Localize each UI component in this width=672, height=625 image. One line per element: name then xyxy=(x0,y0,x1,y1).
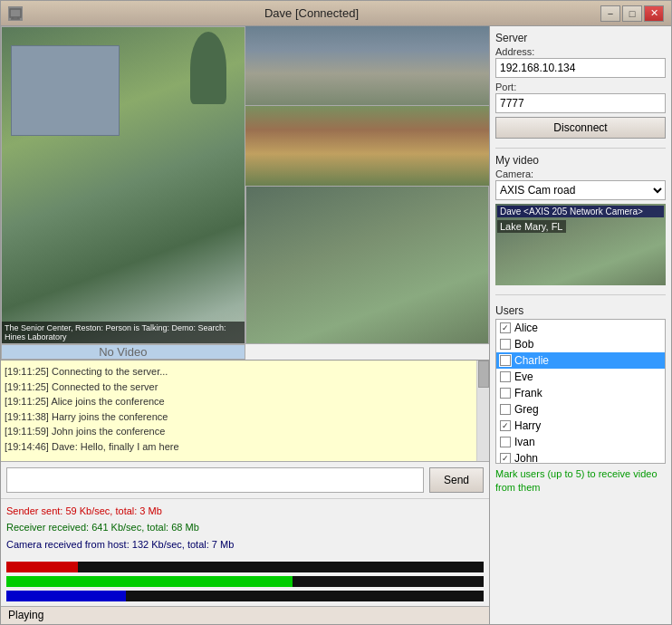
user-name: Greg xyxy=(514,403,539,416)
user-checkbox[interactable] xyxy=(500,420,511,431)
user-item[interactable]: Greg xyxy=(496,401,665,418)
camera-feed-bl xyxy=(246,187,489,344)
address-label: Address: xyxy=(495,46,666,57)
user-item[interactable]: Bob xyxy=(496,336,665,352)
camera-select[interactable]: AXIS Cam road xyxy=(495,180,666,200)
tree-element xyxy=(190,32,226,104)
user-checkbox[interactable] xyxy=(500,404,511,415)
bar-bg-3 xyxy=(6,591,484,601)
chat-input-row: Send xyxy=(1,462,489,499)
chat-scrollbar-thumb[interactable] xyxy=(478,361,489,388)
bar-bg-2 xyxy=(6,576,484,587)
bar-fill-3 xyxy=(6,591,126,601)
user-item[interactable]: Ivan xyxy=(496,434,665,450)
users-list[interactable]: AliceBobCharlieEveFrankGregHarryIvanJohn xyxy=(495,319,666,464)
app-icon xyxy=(8,6,23,21)
stats-area: Sender sent: 59 Kb/sec, total: 3 Mb Rece… xyxy=(1,499,489,557)
user-checkbox[interactable] xyxy=(500,371,511,382)
camera-feed-tr-a xyxy=(245,26,490,105)
main-window: Dave [Connected] − □ ✕ xyxy=(0,0,672,625)
user-name: Frank xyxy=(514,387,542,399)
address-input[interactable] xyxy=(495,58,666,78)
stat-sender: Sender sent: 59 Kb/sec, total: 3 Mb xyxy=(6,503,484,520)
user-item[interactable]: Harry xyxy=(496,418,665,434)
chat-line: [19:11:25] Connecting to the server... xyxy=(5,364,473,380)
bandwidth-bars xyxy=(1,557,489,606)
user-name: Charlie xyxy=(514,354,549,367)
title-bar: Dave [Connected] − □ ✕ xyxy=(1,1,671,26)
user-name: Eve xyxy=(514,370,533,383)
user-checkbox[interactable] xyxy=(500,388,511,399)
bar-row-3 xyxy=(6,590,484,602)
send-button[interactable]: Send xyxy=(429,467,484,493)
chat-input[interactable] xyxy=(6,467,424,493)
port-input[interactable] xyxy=(495,93,666,113)
user-item[interactable]: Alice xyxy=(496,320,665,336)
window-controls: − □ ✕ xyxy=(600,5,664,22)
user-name: Harry xyxy=(514,419,541,432)
video-preview: Dave <AXIS 205 Network Camera> Lake Mary… xyxy=(495,204,666,285)
users-hint: Mark users (up to 5) to receive video fr… xyxy=(495,467,666,495)
maximize-button[interactable]: □ xyxy=(622,5,642,22)
bar-bg-1 xyxy=(6,562,484,572)
user-checkbox[interactable] xyxy=(500,437,511,447)
user-item[interactable]: John xyxy=(496,450,665,464)
svg-rect-0 xyxy=(10,9,21,17)
video-cell-main xyxy=(1,26,245,344)
video-cell-tr-a xyxy=(245,26,490,106)
user-item[interactable]: Frank xyxy=(496,385,665,401)
camera-feed-tr-b xyxy=(245,106,490,185)
building-element xyxy=(11,45,120,136)
divider-1 xyxy=(495,148,666,149)
stat-camera: Camera received from host: 132 Kb/sec, t… xyxy=(6,536,484,553)
chat-line: [19:14:46] Dave: Hello, finally I am her… xyxy=(5,439,473,455)
camera-label: Camera: xyxy=(495,168,666,179)
user-checkbox[interactable] xyxy=(500,339,511,350)
video-right-column xyxy=(245,26,490,186)
video-cell-bm: No Video xyxy=(1,344,245,360)
chat-lines: [19:11:25] Connecting to the server...[1… xyxy=(5,364,485,454)
close-button[interactable]: ✕ xyxy=(644,5,664,22)
chat-line: [19:11:25] Alice joins the conference xyxy=(5,394,473,409)
user-name: Alice xyxy=(514,322,538,334)
no-video-1: No Video xyxy=(2,345,245,359)
status-bar: Playing xyxy=(1,606,489,624)
chat-line: [19:11:38] Harry joins the conference xyxy=(5,409,473,425)
minimize-button[interactable]: − xyxy=(600,5,620,22)
user-item[interactable]: Charlie xyxy=(496,352,665,369)
bar-fill-1 xyxy=(6,562,78,572)
chat-line: [19:11:25] Connected to the server xyxy=(5,380,473,395)
user-checkbox[interactable] xyxy=(500,355,511,366)
user-item[interactable]: Eve xyxy=(496,369,665,385)
user-name: Bob xyxy=(514,338,533,351)
bar-row-1 xyxy=(6,561,484,573)
stat-receiver: Receiver received: 641 Kb/sec, total: 68… xyxy=(6,519,484,536)
user-checkbox[interactable] xyxy=(500,322,511,333)
user-name: John xyxy=(514,452,538,464)
users-section: Users AliceBobCharlieEveFrankGregHarryIv… xyxy=(495,304,666,495)
bar-row-2 xyxy=(6,575,484,588)
user-checkbox[interactable] xyxy=(500,453,511,464)
window-title: Dave [Connected] xyxy=(23,6,600,20)
chat-scrollbar[interactable] xyxy=(476,361,489,460)
camera-feed-main xyxy=(2,27,245,343)
server-label: Server xyxy=(495,32,666,44)
my-video-label: My video xyxy=(495,154,666,167)
video-grid: No Video xyxy=(1,26,489,361)
right-panel: Server Address: Port: Disconnect My vide… xyxy=(490,26,671,624)
port-label: Port: xyxy=(495,82,666,92)
chat-log: [19:11:25] Connecting to the server...[1… xyxy=(1,361,489,461)
content-area: No Video [19:11:25] Connecting to the se… xyxy=(1,26,671,624)
divider-2 xyxy=(495,294,666,295)
video-cell-bl xyxy=(245,186,490,345)
preview-location: Lake Mary, FL xyxy=(497,220,566,233)
video-cell-tr-b xyxy=(245,106,490,185)
chat-line: [19:11:59] John joins the conference xyxy=(5,424,473,439)
disconnect-button[interactable]: Disconnect xyxy=(495,117,666,139)
user-name: Ivan xyxy=(514,436,535,448)
my-video-section: My video Camera: AXIS Cam road Dave <AXI… xyxy=(495,154,666,289)
left-panel: No Video [19:11:25] Connecting to the se… xyxy=(1,26,490,624)
bar-fill-2 xyxy=(6,576,293,587)
status-label: Playing xyxy=(8,609,43,621)
users-label: Users xyxy=(495,304,666,317)
